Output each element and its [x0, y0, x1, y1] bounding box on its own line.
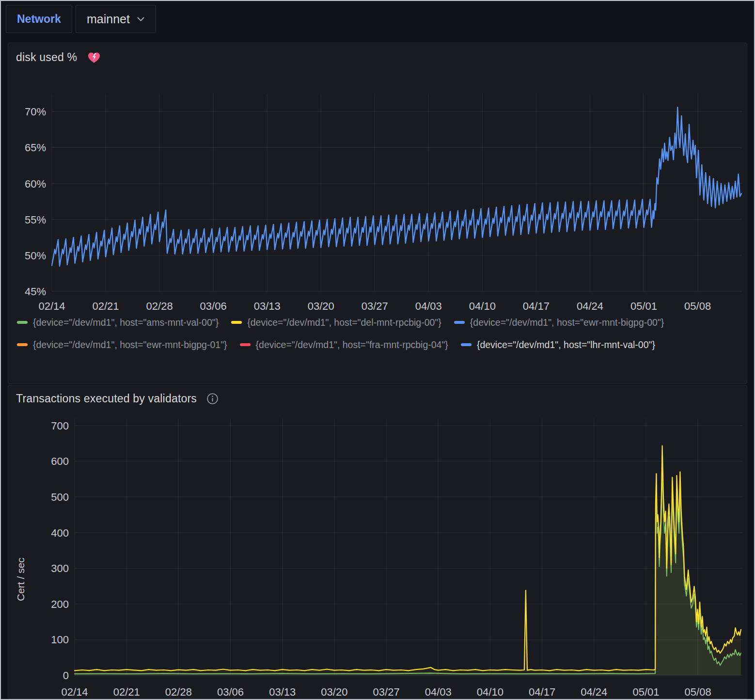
svg-text:05/08: 05/08	[685, 686, 711, 698]
svg-text:05/01: 05/01	[630, 300, 657, 312]
legend-label: {device="/dev/md1", host="ewr-mnt-bigpg-…	[470, 317, 664, 328]
svg-text:500: 500	[51, 491, 69, 503]
svg-text:05/08: 05/08	[684, 300, 711, 312]
svg-text:03/13: 03/13	[269, 686, 296, 698]
svg-text:02/28: 02/28	[146, 300, 173, 312]
svg-text:05/01: 05/01	[632, 686, 659, 698]
series-color-swatch	[461, 343, 472, 346]
svg-text:400: 400	[51, 527, 69, 539]
svg-text:04/17: 04/17	[523, 300, 550, 312]
svg-text:60%: 60%	[25, 178, 46, 190]
legend-label: {device="/dev/md1", host="ams-mnt-val-00…	[33, 317, 219, 328]
svg-text:03/20: 03/20	[321, 686, 347, 698]
svg-text:04/10: 04/10	[477, 686, 503, 698]
svg-text:02/21: 02/21	[113, 686, 140, 698]
legend-item-ewr-mnt-bigpg-00[interactable]: {device="/dev/md1", host="ewr-mnt-bigpg-…	[454, 316, 664, 329]
legend-label: {device="/dev/md1", host="ewr-mnt-bigpg-…	[33, 339, 227, 350]
disk-used-legend: {device="/dev/md1", host="ams-mnt-val-00…	[17, 316, 741, 351]
svg-text:600: 600	[51, 455, 69, 467]
variables-toolbar: Network mainnet	[1, 1, 754, 42]
legend-item-fra-mnt-rpcbig-04[interactable]: {device="/dev/md1", host="fra-mnt-rpcbig…	[240, 338, 448, 351]
series-color-swatch	[454, 321, 465, 324]
svg-text:03/06: 03/06	[200, 300, 227, 312]
network-variable-value: mainnet	[87, 12, 130, 26]
svg-text:45%: 45%	[25, 286, 46, 298]
svg-text:02/21: 02/21	[92, 300, 119, 312]
broken-heart-icon	[87, 50, 101, 64]
series-color-swatch	[240, 343, 251, 346]
series-color-swatch	[17, 321, 28, 324]
svg-text:55%: 55%	[25, 214, 46, 226]
transactions-panel-title[interactable]: Transactions executed by validators	[16, 392, 197, 405]
svg-text:65%: 65%	[25, 142, 46, 154]
svg-text:03/20: 03/20	[308, 300, 334, 312]
series-color-swatch	[231, 321, 242, 324]
info-icon[interactable]	[206, 393, 219, 405]
svg-text:04/03: 04/03	[415, 300, 442, 312]
legend-label: {device="/dev/md1", host="fra-mnt-rpcbig…	[256, 339, 448, 350]
network-variable-label-box: Network	[6, 5, 72, 33]
disk-used-chart[interactable]: 45%50%55%60%65%70%02/1402/2102/2803/0603…	[8, 84, 749, 316]
svg-text:02/28: 02/28	[165, 686, 192, 698]
disk-used-panel: disk used % 45%50%55%60%65%70%02/1402/21…	[8, 43, 747, 384]
svg-text:04/10: 04/10	[469, 300, 496, 312]
svg-text:04/03: 04/03	[425, 686, 452, 698]
svg-text:04/24: 04/24	[577, 300, 603, 312]
transactions-chart[interactable]: 010020030040050060070002/1402/2102/2803/…	[8, 413, 749, 700]
svg-text:70%: 70%	[25, 106, 46, 118]
svg-text:04/17: 04/17	[529, 686, 555, 698]
transactions-panel: Transactions executed by validators Cert…	[8, 385, 747, 699]
legend-item-del-mnt-rpcbig-00[interactable]: {device="/dev/md1", host="del-mnt-rpcbig…	[231, 316, 441, 329]
svg-text:03/27: 03/27	[373, 686, 400, 698]
chevron-down-icon	[137, 16, 145, 22]
disk-used-panel-title[interactable]: disk used %	[16, 51, 77, 64]
legend-item-lhr-mnt-val-00[interactable]: {device="/dev/md1", host="lhr-mnt-val-00…	[461, 338, 655, 351]
svg-text:700: 700	[51, 420, 69, 432]
svg-text:04/24: 04/24	[581, 686, 607, 698]
svg-text:0: 0	[63, 669, 69, 682]
svg-text:02/14: 02/14	[61, 686, 88, 698]
legend-item-ewr-mnt-bigpg-01[interactable]: {device="/dev/md1", host="ewr-mnt-bigpg-…	[17, 338, 227, 351]
svg-text:300: 300	[51, 562, 69, 574]
legend-item-ams-mnt-val-00[interactable]: {device="/dev/md1", host="ams-mnt-val-00…	[17, 316, 219, 329]
svg-text:02/14: 02/14	[38, 300, 65, 312]
svg-text:03/27: 03/27	[362, 300, 388, 312]
svg-text:100: 100	[51, 634, 69, 646]
legend-label: {device="/dev/md1", host="del-mnt-rpcbig…	[247, 317, 441, 328]
svg-text:03/13: 03/13	[254, 300, 281, 312]
network-variable-label: Network	[17, 13, 61, 26]
transactions-panel-header: Transactions executed by validators	[8, 385, 747, 405]
svg-text:03/06: 03/06	[217, 686, 244, 698]
network-variable-select[interactable]: mainnet	[76, 5, 156, 33]
legend-label: {device="/dev/md1", host="lhr-mnt-val-00…	[477, 339, 655, 350]
svg-text:200: 200	[51, 598, 69, 610]
grafana-dashboard: Network mainnet disk used % 45%50%55%60%…	[0, 0, 755, 700]
disk-used-panel-header: disk used %	[8, 43, 747, 64]
svg-text:50%: 50%	[25, 250, 46, 262]
series-color-swatch	[17, 343, 28, 346]
